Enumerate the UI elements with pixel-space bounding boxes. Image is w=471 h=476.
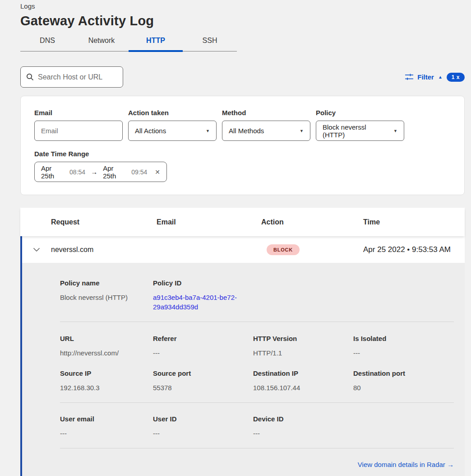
time-cell: Apr 25 2022 • 9:53:53 AM bbox=[363, 245, 465, 254]
column-header-request: Request bbox=[51, 218, 157, 226]
start-time[interactable]: 08:54 bbox=[69, 168, 85, 176]
url-value: http://neverssl.com/ bbox=[60, 348, 153, 358]
filter-label[interactable]: Filter bbox=[417, 73, 434, 81]
filter-sliders-icon bbox=[405, 74, 413, 80]
request-details-section: URL http://neverssl.com/ Referer --- HTT… bbox=[60, 322, 454, 392]
method-filter-label: Method bbox=[222, 109, 310, 117]
tab-dns[interactable]: DNS bbox=[20, 34, 74, 51]
policy-id-link[interactable]: a91c3eb4-ba7a-4201-be72-29a934dd359d bbox=[153, 293, 249, 312]
policy-name-value: Block neverssl (HTTP) bbox=[60, 293, 153, 302]
email-filter-field: Email bbox=[34, 109, 123, 141]
is-isolated-value: --- bbox=[353, 348, 454, 358]
log-type-tabs: DNS Network HTTP SSH bbox=[20, 34, 237, 51]
destination-ip-value: 108.156.107.44 bbox=[253, 383, 353, 392]
action-filter-label: Action taken bbox=[128, 109, 217, 117]
device-id-value: --- bbox=[253, 429, 353, 438]
source-ip-field: Source IP 192.168.30.3 bbox=[60, 369, 153, 392]
filter-toggle[interactable]: Filter ▲ 1 x bbox=[405, 73, 465, 82]
chevron-up-icon: ▲ bbox=[438, 75, 443, 79]
filter-count-badge[interactable]: 1 x bbox=[447, 73, 465, 82]
tab-ssh[interactable]: SSH bbox=[183, 34, 237, 51]
email-filter-label: Email bbox=[34, 109, 123, 117]
column-header-email: Email bbox=[157, 218, 261, 226]
date-range-field: Date Time Range Apr 25th 08:54 → Apr 25t… bbox=[34, 150, 451, 182]
email-filter-input[interactable] bbox=[41, 127, 116, 135]
arrow-right-icon: → bbox=[447, 461, 454, 468]
column-header-action: Action bbox=[261, 218, 363, 226]
table-header: Request Email Action Time bbox=[20, 208, 465, 236]
destination-ip-label: Destination IP bbox=[253, 369, 353, 377]
user-email-field: User email --- bbox=[60, 415, 153, 438]
start-date[interactable]: Apr 25th bbox=[41, 164, 65, 180]
source-ip-value: 192.168.30.3 bbox=[60, 383, 153, 392]
destination-ip-field: Destination IP 108.156.107.44 bbox=[253, 369, 353, 392]
toolbar: Filter ▲ 1 x bbox=[20, 66, 465, 88]
policy-id-field: Policy ID a91c3eb4-ba7a-4201-be72-29a934… bbox=[153, 279, 253, 312]
source-port-field: Source port 55378 bbox=[153, 369, 253, 392]
policy-id-label: Policy ID bbox=[153, 279, 253, 287]
chevron-down-icon: ▼ bbox=[300, 129, 304, 133]
block-status-badge: BLOCK bbox=[267, 244, 300, 255]
url-field: URL http://neverssl.com/ bbox=[60, 335, 153, 358]
chevron-down-icon bbox=[33, 247, 40, 252]
activity-log-table: Request Email Action Time neverssl.com B… bbox=[20, 208, 465, 476]
destination-port-label: Destination port bbox=[353, 369, 454, 377]
main-content: Logs Gateway Activity Log DNS Network HT… bbox=[20, 0, 465, 476]
policy-filter-value: Block neverssl (HTTP) bbox=[323, 123, 390, 139]
method-filter-value: All Methods bbox=[229, 127, 264, 135]
policy-name-label: Policy name bbox=[60, 279, 153, 287]
action-cell: BLOCK bbox=[261, 244, 363, 255]
expanded-row-details: Policy name Block neverssl (HTTP) Policy… bbox=[20, 263, 465, 476]
page-title: Gateway Activity Log bbox=[20, 14, 465, 28]
radar-link-text: View domain details in Radar bbox=[358, 461, 445, 468]
filter-panel: Email Action taken All Actions ▼ Method … bbox=[20, 96, 465, 195]
device-id-field: Device ID --- bbox=[253, 415, 353, 438]
method-filter-select[interactable]: All Methods ▼ bbox=[222, 121, 310, 141]
device-id-label: Device ID bbox=[253, 415, 353, 423]
action-filter-field: Action taken All Actions ▼ bbox=[128, 109, 217, 141]
table-row[interactable]: neverssl.com BLOCK Apr 25 2022 • 9:53:53… bbox=[20, 236, 465, 263]
tab-http[interactable]: HTTP bbox=[129, 34, 183, 51]
http-version-field: HTTP Version HTTP/1.1 bbox=[253, 335, 353, 358]
user-email-label: User email bbox=[60, 415, 153, 423]
action-filter-select[interactable]: All Actions ▼ bbox=[128, 121, 217, 141]
source-port-value: 55378 bbox=[153, 383, 253, 392]
end-time[interactable]: 09:54 bbox=[131, 168, 147, 176]
email-filter-control bbox=[34, 121, 123, 141]
user-details-section: User email --- User ID --- Device ID --- bbox=[60, 403, 454, 438]
date-range-picker[interactable]: Apr 25th 08:54 → Apr 25th 09:54 ✕ bbox=[34, 162, 167, 182]
destination-port-value: 80 bbox=[353, 383, 454, 392]
row-expander[interactable] bbox=[22, 247, 51, 252]
request-cell[interactable]: neverssl.com bbox=[51, 246, 157, 254]
user-id-label: User ID bbox=[153, 415, 253, 423]
radar-link[interactable]: View domain details in Radar → bbox=[358, 461, 454, 468]
search-box[interactable] bbox=[20, 66, 123, 88]
chevron-down-icon: ▼ bbox=[206, 129, 210, 133]
search-icon bbox=[26, 73, 34, 81]
action-filter-value: All Actions bbox=[135, 127, 166, 135]
breadcrumb[interactable]: Logs bbox=[20, 2, 465, 10]
method-filter-field: Method All Methods ▼ bbox=[222, 109, 310, 141]
user-email-value: --- bbox=[60, 429, 153, 438]
destination-port-field: Destination port 80 bbox=[353, 369, 454, 392]
search-input[interactable] bbox=[38, 73, 117, 81]
http-version-label: HTTP Version bbox=[253, 335, 353, 342]
tab-network[interactable]: Network bbox=[74, 34, 129, 51]
policy-filter-label: Policy bbox=[316, 109, 404, 117]
clear-date-range-icon[interactable]: ✕ bbox=[155, 168, 160, 176]
filter-row: Email Action taken All Actions ▼ Method … bbox=[34, 109, 451, 141]
policy-filter-select[interactable]: Block neverssl (HTTP) ▼ bbox=[316, 121, 404, 141]
user-id-value: --- bbox=[153, 429, 253, 438]
url-label: URL bbox=[60, 335, 153, 342]
date-range-label: Date Time Range bbox=[34, 150, 451, 158]
end-date[interactable]: Apr 25th bbox=[103, 164, 127, 180]
policy-filter-field: Policy Block neverssl (HTTP) ▼ bbox=[316, 109, 404, 141]
radar-link-row: View domain details in Radar → bbox=[60, 448, 454, 469]
source-ip-label: Source IP bbox=[60, 369, 153, 377]
http-version-value: HTTP/1.1 bbox=[253, 348, 353, 358]
policy-section: Policy name Block neverssl (HTTP) Policy… bbox=[60, 263, 454, 312]
user-id-field: User ID --- bbox=[153, 415, 253, 438]
source-port-label: Source port bbox=[153, 369, 253, 377]
column-header-time: Time bbox=[363, 218, 465, 226]
chevron-down-icon: ▼ bbox=[393, 129, 397, 133]
